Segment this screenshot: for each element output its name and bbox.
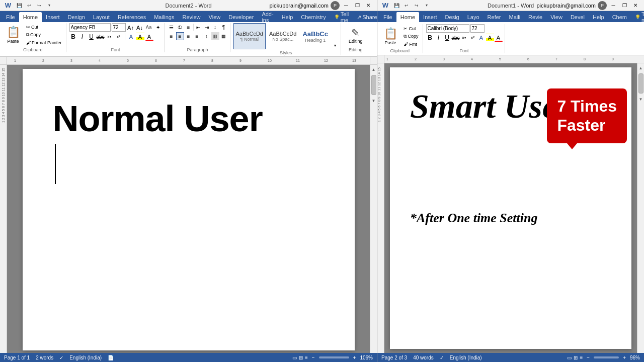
tab-chemistry-left[interactable]: Chemistry: [297, 12, 330, 22]
right-font-size-input[interactable]: [470, 24, 485, 33]
paste-button[interactable]: 📋 Paste: [2, 23, 24, 46]
undo-qat-btn[interactable]: ↩: [25, 2, 33, 10]
tab-insert-right[interactable]: Insert: [419, 12, 441, 22]
change-case-btn[interactable]: Aa: [145, 24, 153, 32]
increase-indent-btn[interactable]: ⇥: [203, 23, 211, 31]
right-subscript-btn[interactable]: x₂: [460, 34, 468, 42]
read-view-btn[interactable]: ≡: [305, 355, 308, 360]
left-vscrollbar[interactable]: ▲ ▼: [370, 65, 377, 353]
font-name-input[interactable]: [69, 23, 111, 32]
right-scroll-thumb[interactable]: [638, 73, 643, 94]
editing-button[interactable]: ✎ Editing: [344, 24, 367, 46]
tab-refer-right[interactable]: Refer: [484, 12, 505, 22]
customize-qat-btn[interactable]: ▾: [45, 2, 53, 10]
tab-references-left[interactable]: References: [114, 12, 150, 22]
right-print-view[interactable]: ▭: [567, 355, 572, 360]
cut-button[interactable]: ✂Cut: [24, 24, 64, 31]
tab-addins-left[interactable]: Add-ins: [258, 12, 277, 22]
right-text-effects-btn[interactable]: A: [477, 34, 486, 42]
right-copy-btn[interactable]: ⧉ Copy: [401, 33, 421, 40]
tab-developer-left[interactable]: Developer: [224, 12, 258, 22]
right-save-qat[interactable]: 💾: [392, 2, 400, 10]
align-right-btn[interactable]: ≡: [185, 32, 193, 40]
grow-font-btn[interactable]: A↑: [127, 24, 135, 32]
right-bold-btn[interactable]: B: [426, 34, 434, 42]
left-close-btn[interactable]: ✕: [364, 2, 373, 9]
scroll-thumb[interactable]: [371, 75, 376, 95]
right-zoom-out[interactable]: −: [587, 355, 590, 360]
right-cut-btn[interactable]: ✂ Cut: [401, 25, 421, 32]
print-view-btn[interactable]: ▭: [292, 355, 297, 360]
left-doc-area[interactable]: Normal User: [7, 65, 370, 353]
left-restore-btn[interactable]: ❐: [353, 2, 362, 9]
tab-devel-right[interactable]: Devel: [567, 12, 589, 22]
right-strikethrough-btn[interactable]: abc: [452, 34, 460, 42]
format-painter-button[interactable]: 🖌Format Painter: [24, 39, 64, 46]
right-format-btn[interactable]: 🖌 Fmt: [401, 41, 421, 48]
right-minimize-btn[interactable]: ─: [609, 2, 618, 9]
justify-btn[interactable]: ≡: [193, 32, 201, 40]
tab-help-right[interactable]: Help: [589, 12, 608, 22]
right-undo-qat[interactable]: ↩: [403, 2, 411, 10]
show-marks-btn[interactable]: ¶: [220, 23, 228, 31]
bold-btn[interactable]: B: [69, 33, 77, 41]
left-zoom-out-btn[interactable]: −: [312, 355, 315, 360]
tab-mailings-left[interactable]: Mailings: [150, 12, 178, 22]
right-close-btn[interactable]: ✕: [631, 2, 640, 9]
tab-revie-right[interactable]: Revie: [524, 12, 546, 22]
tab-view-right[interactable]: View: [546, 12, 567, 22]
highlight-btn[interactable]: A: [136, 33, 144, 41]
shading-btn[interactable]: ▥: [211, 32, 219, 40]
scroll-down-btn[interactable]: ▼: [370, 97, 377, 104]
copy-button[interactable]: ⧉Copy: [24, 31, 64, 39]
right-highlight-btn[interactable]: A: [486, 34, 494, 42]
right-web-view[interactable]: ⊞: [574, 355, 578, 360]
bullets-btn[interactable]: ☰: [168, 23, 176, 31]
tab-design-left[interactable]: Design: [64, 12, 89, 22]
tab-layout-left[interactable]: Layout: [89, 12, 114, 22]
text-color-btn[interactable]: A: [145, 33, 153, 41]
tab-help-left[interactable]: Help: [278, 12, 297, 22]
clear-formatting-btn[interactable]: ✦: [154, 24, 162, 32]
right-italic-btn[interactable]: I: [435, 34, 443, 42]
right-font-name-input[interactable]: [426, 24, 469, 33]
left-zoom-in-btn[interactable]: +: [353, 355, 356, 360]
right-vscrollbar[interactable]: ▲ ▼: [637, 63, 644, 353]
tab-layo-right[interactable]: Layo: [463, 12, 484, 22]
style-normal[interactable]: AaBbCcDd ¶ Normal: [233, 23, 266, 49]
right-textcolor-btn[interactable]: A: [495, 34, 503, 42]
tab-chem-right[interactable]: Chem: [608, 12, 631, 22]
text-effects-btn[interactable]: A: [127, 33, 135, 41]
right-scroll-up[interactable]: ▲: [637, 64, 645, 71]
decrease-indent-btn[interactable]: ⇤: [194, 23, 202, 31]
subscript-btn[interactable]: x₂: [106, 33, 114, 41]
web-view-btn[interactable]: ⊞: [299, 355, 303, 360]
scroll-up-btn[interactable]: ▲: [370, 66, 377, 73]
styles-more-btn[interactable]: ▾: [332, 41, 339, 49]
right-paste-button[interactable]: 📋 Paste: [379, 24, 401, 48]
tab-review-left[interactable]: Review: [179, 12, 205, 22]
right-redo-qat[interactable]: ↪: [413, 2, 421, 10]
shrink-font-btn[interactable]: A↓: [136, 24, 144, 32]
right-scroll-down[interactable]: ▼: [637, 96, 645, 103]
multilevel-btn[interactable]: ≡: [185, 23, 193, 31]
tab-file-left[interactable]: File: [2, 12, 19, 22]
save-qat-btn[interactable]: 💾: [15, 2, 23, 10]
right-restore-btn[interactable]: ❐: [620, 2, 629, 9]
italic-btn[interactable]: I: [78, 33, 87, 41]
tab-tellme-left[interactable]: 💡Tell me: [330, 12, 353, 22]
tab-view-left[interactable]: View: [205, 12, 225, 22]
numbering-btn[interactable]: ①: [176, 23, 184, 31]
style-nospace[interactable]: AaBbCcDd No Spac...: [267, 23, 299, 49]
align-center-btn[interactable]: ≡: [176, 32, 184, 40]
left-minimize-btn[interactable]: ─: [342, 2, 351, 9]
redo-qat-btn[interactable]: ↪: [35, 2, 43, 10]
tab-desig-right[interactable]: Desig: [441, 12, 463, 22]
style-heading1[interactable]: AaBbCc Heading 1: [300, 23, 331, 49]
tab-file-right[interactable]: File: [379, 12, 396, 22]
right-underline-btn[interactable]: U: [443, 34, 451, 42]
line-spacing-btn[interactable]: ↕: [203, 32, 211, 40]
right-read-view[interactable]: ≡: [580, 355, 583, 360]
tab-home-left[interactable]: Home: [19, 12, 42, 22]
tab-home-right[interactable]: Home: [396, 12, 419, 22]
